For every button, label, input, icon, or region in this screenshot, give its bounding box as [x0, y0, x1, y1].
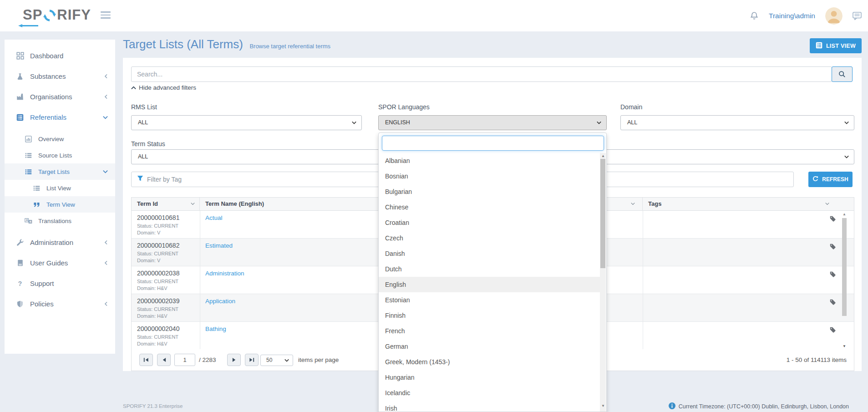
- refresh-button[interactable]: REFRESH: [808, 172, 853, 187]
- brand-logo[interactable]: SP RIFY: [23, 6, 91, 24]
- domain-select[interactable]: ALL: [620, 115, 854, 130]
- page-number-input[interactable]: [174, 354, 195, 366]
- tag-icon[interactable]: [830, 215, 836, 224]
- sidebar-item-term-view[interactable]: Term View: [5, 196, 115, 213]
- term-name-link[interactable]: Administration: [205, 270, 244, 277]
- search-button[interactable]: [832, 66, 853, 82]
- spor-languages-label: SPOR Languages: [378, 103, 430, 111]
- language-option-estonian[interactable]: Estonian: [379, 292, 600, 308]
- language-search-input[interactable]: [382, 136, 604, 151]
- term-id: 200000010681: [137, 214, 179, 221]
- sidebar-item-source-lists[interactable]: Source Lists: [5, 147, 115, 163]
- scroll-up-arrow-icon[interactable]: ▲: [843, 212, 846, 216]
- scroll-down-arrow-icon[interactable]: ▼: [601, 404, 605, 408]
- language-option-dutch[interactable]: Dutch: [379, 261, 600, 277]
- search-input[interactable]: [131, 66, 832, 82]
- user-menu[interactable]: Training\admin: [769, 12, 815, 20]
- language-option-albanian[interactable]: Albanian: [379, 153, 600, 168]
- language-option-croatian[interactable]: Croatian: [379, 215, 600, 230]
- term-status-label: Term Status: [131, 140, 165, 148]
- sidebar-item-label: Overview: [38, 136, 64, 142]
- sidebar-item-label: Source Lists: [38, 152, 72, 159]
- sidebar-item-dashboard[interactable]: Dashboard: [5, 46, 115, 66]
- language-dropdown-popup: AlbanianBosnianBulgarianChineseCroatianC…: [378, 132, 607, 412]
- chevron-down-icon: [284, 359, 289, 362]
- term-name-link[interactable]: Bathing: [205, 326, 226, 332]
- sort-chevron-icon[interactable]: [191, 202, 195, 205]
- term-id: 200000010682: [137, 242, 179, 249]
- sidebar-item-user-guides[interactable]: User Guides: [5, 253, 115, 273]
- domain-label: Domain: [620, 103, 642, 111]
- language-option-french[interactable]: French: [379, 323, 600, 339]
- language-option-greek-modern-1453[interactable]: Greek, Modern (1453-): [379, 354, 600, 370]
- sort-chevron-icon[interactable]: [825, 202, 829, 205]
- sidebar-item-administration[interactable]: Administration: [5, 232, 115, 253]
- scrollbar-thumb[interactable]: [842, 218, 847, 316]
- term-status: Status: CURRENT: [137, 279, 178, 284]
- column-header-term-id[interactable]: Term Id: [132, 198, 200, 211]
- chevron-left-icon: [104, 240, 108, 245]
- translate-icon: Aa: [24, 217, 33, 225]
- first-page-button[interactable]: [139, 354, 153, 366]
- term-name-link[interactable]: Estimated: [205, 242, 233, 249]
- language-option-danish[interactable]: Danish: [379, 246, 600, 261]
- sidebar-item-referentials[interactable]: Referentials: [5, 107, 115, 127]
- sidebar-item-translations[interactable]: AaTranslations: [5, 213, 115, 229]
- total-pages-label: / 2283: [199, 356, 216, 363]
- scroll-down-arrow-icon[interactable]: ▼: [843, 344, 846, 348]
- term-domain: Domain: V: [137, 230, 160, 235]
- page-size-select[interactable]: 50: [260, 355, 293, 366]
- sort-chevron-icon[interactable]: [631, 202, 635, 205]
- tag-icon[interactable]: [830, 299, 836, 307]
- language-option-english[interactable]: English: [379, 277, 600, 292]
- sidebar-item-target-lists[interactable]: Target Lists: [5, 163, 115, 180]
- sidebar-item-substances[interactable]: Substances: [5, 66, 115, 86]
- column-header-tags[interactable]: Tags: [643, 198, 855, 211]
- term-id: 200000002039: [137, 297, 179, 305]
- chevron-left-icon: [104, 301, 108, 306]
- list-view-button[interactable]: LIST VIEW: [810, 38, 862, 53]
- rms-list-select[interactable]: ALL: [131, 115, 362, 130]
- language-option-hungarian[interactable]: Hungarian: [379, 370, 600, 385]
- language-option-bulgarian[interactable]: Bulgarian: [379, 184, 600, 199]
- chat-icon[interactable]: [853, 12, 862, 20]
- last-page-button[interactable]: [245, 354, 259, 366]
- bar-chart-icon: [24, 136, 33, 142]
- sidebar-item-support[interactable]: ?Support: [5, 273, 115, 294]
- prev-page-button[interactable]: [157, 354, 171, 366]
- sidebar-item-list-view[interactable]: List View: [5, 180, 115, 196]
- language-option-czech[interactable]: Czech: [379, 230, 600, 246]
- chevron-down-icon: [352, 121, 356, 124]
- term-name-link[interactable]: Application: [205, 298, 235, 305]
- spor-languages-select[interactable]: ENGLISH: [378, 115, 607, 130]
- scroll-up-arrow-icon[interactable]: ▲: [601, 154, 605, 158]
- sidebar-item-policies[interactable]: Policies: [5, 294, 115, 314]
- hide-advanced-filters-toggle[interactable]: Hide advanced filters: [131, 84, 196, 91]
- table-scrollbar[interactable]: ▲ ▼: [842, 212, 847, 348]
- page-subtitle: Browse target referential terms: [249, 43, 330, 50]
- list-icon: [32, 185, 41, 192]
- language-option-german[interactable]: German: [379, 339, 600, 354]
- language-option-bosnian[interactable]: Bosnian: [379, 168, 600, 184]
- sidebar-item-organisations[interactable]: Organisations: [5, 86, 115, 107]
- bell-icon[interactable]: [750, 11, 759, 20]
- tag-icon[interactable]: [830, 243, 836, 251]
- term-domain: Domain: H&V: [137, 285, 168, 291]
- tag-icon[interactable]: [830, 326, 836, 335]
- scrollbar-thumb[interactable]: [600, 159, 605, 268]
- dropdown-scrollbar[interactable]: ▲ ▼: [600, 153, 606, 412]
- tag-icon[interactable]: [830, 271, 836, 279]
- items-range-label: 1 - 50 of 114113 items: [787, 356, 847, 363]
- language-option-finnish[interactable]: Finnish: [379, 308, 600, 323]
- next-page-button[interactable]: [227, 354, 241, 366]
- funnel-icon: [137, 175, 143, 183]
- menu-icon[interactable]: [101, 11, 111, 20]
- avatar[interactable]: [825, 7, 843, 25]
- svg-text:A: A: [25, 219, 28, 222]
- sidebar-item-overview[interactable]: Overview: [5, 131, 115, 147]
- language-option-irish[interactable]: Irish: [379, 401, 600, 412]
- language-option-chinese[interactable]: Chinese: [379, 199, 600, 215]
- language-option-icelandic[interactable]: Icelandic: [379, 385, 600, 401]
- app-version-label: SPORIFY 21.3 Enterprise: [123, 403, 183, 409]
- term-name-link[interactable]: Actual: [205, 214, 223, 221]
